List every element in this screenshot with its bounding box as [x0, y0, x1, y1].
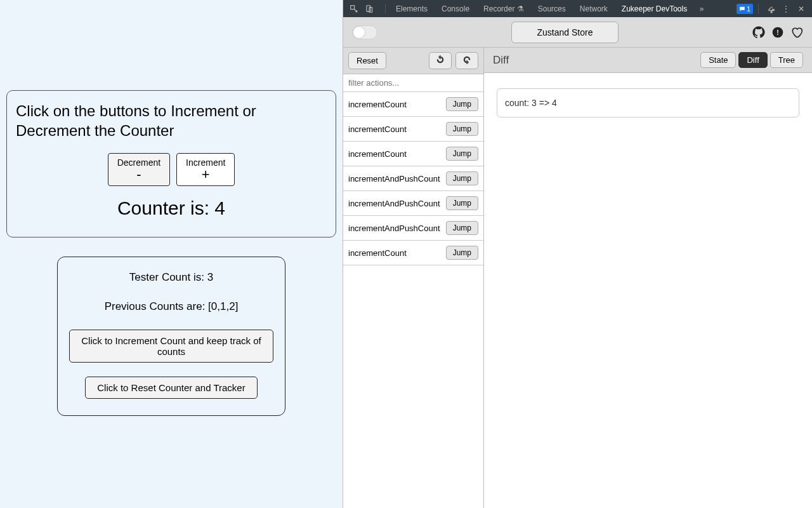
action-row[interactable]: incrementCount Jump: [343, 92, 483, 117]
action-row[interactable]: incrementCount Jump: [343, 142, 483, 166]
kebab-icon[interactable]: ⋮: [779, 4, 793, 13]
reset-tracker-button[interactable]: Click to Reset Counter and Tracker: [85, 377, 257, 399]
close-icon[interactable]: ✕: [794, 4, 808, 13]
redo-button[interactable]: [455, 52, 478, 69]
track-count-button[interactable]: Click to Increment Count and keep track …: [69, 330, 273, 363]
tab-console[interactable]: Console: [435, 1, 476, 17]
inspect-icon[interactable]: [347, 4, 361, 13]
counter-value: Counter is: 4: [16, 197, 327, 219]
jump-button[interactable]: Jump: [446, 147, 478, 161]
messages-badge[interactable]: 1: [737, 4, 753, 14]
action-row[interactable]: incrementAndPushCount Jump: [343, 216, 483, 241]
tester-card: Tester Count is: 3 Previous Counts are: …: [57, 257, 285, 416]
increment-button[interactable]: Increment +: [176, 153, 235, 186]
devtools-panel: Elements Console Recorder ⚗ Sources Netw…: [343, 0, 812, 508]
actions-column: Reset incrementCount Jump incrementCount…: [343, 48, 484, 508]
tab-recorder-label: Recorder: [483, 4, 514, 13]
diff-body: count: 3 => 4: [484, 73, 812, 133]
previous-counts-text: Previous Counts are: [0,1,2]: [69, 300, 273, 313]
view-diff-button[interactable]: Diff: [738, 52, 767, 68]
tab-elements[interactable]: Elements: [390, 1, 434, 17]
view-state-button[interactable]: State: [700, 52, 736, 68]
tester-count-text: Tester Count is: 3: [69, 271, 273, 284]
reset-actions-button[interactable]: Reset: [348, 52, 386, 69]
decrement-button[interactable]: Decrement -: [108, 153, 170, 186]
jump-button[interactable]: Jump: [446, 246, 478, 260]
action-row[interactable]: incrementCount Jump: [343, 117, 483, 142]
jump-button[interactable]: Jump: [446, 196, 478, 210]
jump-button[interactable]: Jump: [446, 171, 478, 185]
minus-icon: -: [117, 168, 160, 182]
svg-text:!: !: [776, 28, 779, 36]
jump-button[interactable]: Jump: [446, 221, 478, 235]
jump-button[interactable]: Jump: [446, 97, 478, 111]
gear-icon[interactable]: [764, 4, 778, 13]
diff-title: Diff: [493, 54, 697, 67]
diff-content: count: 3 => 4: [497, 88, 799, 117]
svg-rect-0: [351, 5, 355, 9]
counter-card: Click on the buttons to Increment or Dec…: [6, 90, 336, 237]
flask-icon: ⚗: [517, 4, 524, 13]
svg-rect-1: [367, 5, 370, 11]
zukeeper-main: Reset incrementCount Jump incrementCount…: [343, 48, 812, 508]
action-name: incrementAndPushCount: [348, 199, 440, 208]
filter-actions-input[interactable]: [343, 74, 483, 92]
divider: [385, 4, 386, 14]
messages-count: 1: [747, 5, 750, 13]
device-icon[interactable]: [362, 4, 376, 13]
action-name: incrementCount: [348, 124, 407, 134]
action-name: incrementAndPushCount: [348, 224, 440, 233]
action-row[interactable]: incrementCount Jump: [343, 241, 483, 265]
tab-network[interactable]: Network: [573, 1, 614, 17]
store-selector-button[interactable]: Zustand Store: [511, 22, 619, 43]
action-list: incrementCount Jump incrementCount Jump …: [343, 92, 483, 508]
view-tree-button[interactable]: Tree: [770, 52, 803, 68]
counter-button-row: Decrement - Increment +: [16, 153, 327, 186]
tab-zukeeper[interactable]: Zukeeper DevTools: [615, 1, 693, 17]
zukeeper-toolbar: Zustand Store !: [343, 17, 812, 48]
dark-mode-toggle[interactable]: [352, 25, 377, 39]
undo-button[interactable]: [429, 52, 452, 69]
action-name: incrementAndPushCount: [348, 174, 440, 184]
counter-heading: Click on the buttons to Increment or Dec…: [16, 101, 327, 140]
action-name: incrementCount: [348, 100, 407, 109]
divider: [758, 4, 759, 14]
heart-icon[interactable]: [790, 26, 803, 39]
actions-toolbar: Reset: [343, 48, 483, 74]
info-icon[interactable]: !: [771, 26, 784, 39]
devtools-tabstrip: Elements Console Recorder ⚗ Sources Netw…: [343, 0, 812, 17]
action-row[interactable]: incrementAndPushCount Jump: [343, 191, 483, 216]
diff-column: Diff State Diff Tree count: 3 => 4: [484, 48, 812, 508]
plus-icon: +: [186, 168, 225, 182]
tab-recorder[interactable]: Recorder ⚗: [477, 1, 530, 17]
app-panel: Click on the buttons to Increment or Dec…: [0, 0, 343, 508]
view-segmented-control: State Diff Tree: [700, 52, 803, 68]
jump-button[interactable]: Jump: [446, 122, 478, 136]
action-row[interactable]: incrementAndPushCount Jump: [343, 166, 483, 191]
action-name: incrementCount: [348, 248, 407, 258]
diff-header: Diff State Diff Tree: [484, 48, 812, 73]
tab-sources[interactable]: Sources: [532, 1, 572, 17]
more-tabs-icon[interactable]: »: [695, 4, 709, 13]
github-icon[interactable]: [752, 26, 765, 39]
action-name: incrementCount: [348, 149, 407, 159]
